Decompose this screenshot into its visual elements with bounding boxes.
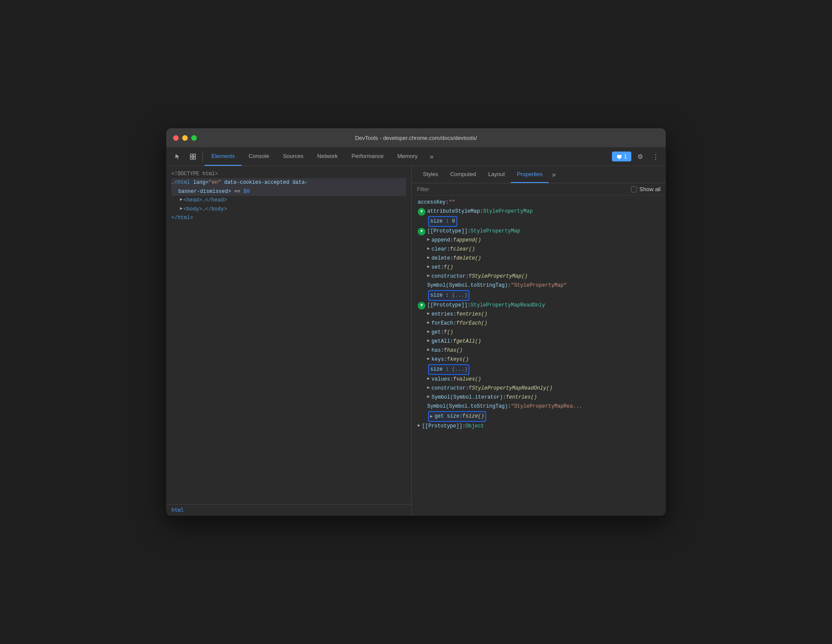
minimize-button[interactable] [182,135,188,141]
filter-input[interactable] [417,186,631,192]
cursor-icon[interactable] [170,147,185,166]
expand-values-icon[interactable]: ▶ [427,375,430,383]
sub-tab-layout[interactable]: Layout [482,166,511,183]
dom-breadcrumb: html [166,504,411,516]
more-tabs-button[interactable]: » [426,147,437,166]
toolbar-right: 1 ⚙ ⋮ [612,147,662,166]
expand-entries-icon[interactable]: ▶ [427,310,430,318]
green-expand-prototype2[interactable]: ▼ [418,302,425,310]
size-0-badge[interactable]: size : 0 [428,216,457,227]
svg-rect-4 [617,155,621,158]
prop-symbol-iterator: ▶ Symbol(Symbol.iterator) : f entries() [417,393,661,402]
notification-button[interactable]: 1 [612,152,631,161]
size-ellipsis-1-badge[interactable]: size : (...) [428,290,469,301]
more-sub-tabs-button[interactable]: » [549,166,559,183]
expand-getsize-icon[interactable]: ▶ [430,413,433,421]
dom-body[interactable]: ▶ <body> … </body> [171,205,406,214]
svg-rect-0 [190,154,192,156]
size-ellipsis-2-badge[interactable]: size : (...) [428,364,469,375]
dom-html-tag-cont: banner-dismissed> == $0 [171,187,406,196]
tab-network[interactable]: Network [310,147,345,166]
prop-has: ▶ has : f has() [417,346,661,355]
expand-getall-icon[interactable]: ▶ [427,337,430,345]
expand-set-icon[interactable]: ▶ [427,263,430,271]
prop-size-ellipsis-1: size : (...) [417,290,661,301]
sub-tab-computed[interactable]: Computed [444,166,482,183]
dom-html-tag[interactable]: … <html lang="en" data-cookies-accepted … [171,178,406,187]
tabs-bar: Elements Console Sources Network Perform… [166,147,666,166]
prop-accesskey: accessKey : "" [417,198,661,207]
prop-size-ellipsis-2: size : (...) [417,364,661,375]
expand-symbol-iterator-icon[interactable]: ▶ [427,393,430,401]
prop-prototype-stylemap[interactable]: ▼ [[Prototype]] : StylePropertyMap [417,227,661,236]
prop-foreach: ▶ forEach : f forEach() [417,319,661,328]
titlebar: DevTools - developer.chrome.com/docs/dev… [166,128,666,147]
svg-rect-3 [193,157,196,159]
svg-rect-1 [193,154,196,156]
prop-attributestylemap[interactable]: ▼ attributeStyleMap : StylePropertyMap [417,207,661,216]
prop-prototype-stylepropertymapreonly[interactable]: ▼ [[Prototype]] : StylePropertyMapReadOn… [417,301,661,310]
close-button[interactable] [173,135,179,141]
inspect-icon[interactable] [185,147,201,166]
tab-sources[interactable]: Sources [276,147,310,166]
prop-append: ▶ append : f append() [417,236,661,245]
show-all-checkbox[interactable] [631,186,637,192]
prop-keys: ▶ keys : f keys() [417,355,661,364]
expand-clear-icon[interactable]: ▶ [427,245,430,253]
expand-has-icon[interactable]: ▶ [427,346,430,354]
maximize-button[interactable] [191,135,197,141]
tab-performance[interactable]: Performance [345,147,390,166]
expand-constructor2-icon[interactable]: ▶ [427,384,430,392]
prop-prototype-object: ▶ [[Prototype]] : Object [417,422,661,431]
prop-values: ▶ values : f values() [417,375,661,384]
sub-tab-styles[interactable]: Styles [417,166,444,183]
expand-get-icon[interactable]: ▶ [427,328,430,336]
prop-get-size: ▶ get size : f size() [417,411,661,422]
devtools-window: DevTools - developer.chrome.com/docs/dev… [166,128,666,516]
properties-content[interactable]: accessKey : "" ▼ attributeStyleMap : Sty… [412,195,666,516]
tab-console[interactable]: Console [242,147,276,166]
expand-append-icon[interactable]: ▶ [427,236,430,244]
tab-memory[interactable]: Memory [391,147,425,166]
dom-panel: <!DOCTYPE html> … <html lang="en" data-c… [166,166,412,516]
window-title: DevTools - developer.chrome.com/docs/dev… [355,135,477,141]
prop-delete: ▶ delete : f delete() [417,254,661,263]
filter-row: Show all [412,183,666,195]
tab-divider [202,151,203,162]
prop-get: ▶ get : f () [417,328,661,337]
svg-rect-2 [190,157,192,159]
dom-tree[interactable]: <!DOCTYPE html> … <html lang="en" data-c… [166,166,411,504]
expand-keys-icon[interactable]: ▶ [427,355,430,363]
expand-body-icon[interactable]: ▶ [180,205,183,212]
prop-size-0: size : 0 [417,216,661,227]
prop-symbol-tostringtag-1: Symbol(Symbol.toStringTag) : "StylePrope… [417,281,661,290]
green-expand-prototype1[interactable]: ▼ [418,228,425,235]
right-panel: Styles Computed Layout Properties » Sho [412,166,666,516]
show-all-label[interactable]: Show all [631,186,661,192]
prop-constructor-2: ▶ constructor : f StylePropertyMapReadOn… [417,384,661,393]
green-expand-attributestylemap[interactable]: ▼ [418,208,425,216]
tab-elements[interactable]: Elements [205,147,242,166]
expand-head-icon[interactable]: ▶ [180,196,183,203]
prop-set: ▶ set : f () [417,263,661,272]
expand-foreach-icon[interactable]: ▶ [427,319,430,327]
prop-symbol-tostringtag-2: Symbol(Symbol.toStringTag) : "StylePrope… [417,402,661,411]
dom-head[interactable]: ▶ <head> … </head> [171,196,406,204]
prop-entries: ▶ entries : f entries() [417,310,661,319]
get-size-badge[interactable]: ▶ get size : f size() [428,411,486,422]
expand-constructor1-icon[interactable]: ▶ [427,272,430,280]
prop-clear: ▶ clear : f clear() [417,245,661,254]
sub-tab-properties[interactable]: Properties [511,166,548,183]
dom-doctype: <!DOCTYPE html> [171,170,406,178]
traffic-lights [173,135,197,141]
sub-tabs: Styles Computed Layout Properties » [412,166,666,183]
more-options-button[interactable]: ⋮ [649,150,662,164]
dom-html-close: </html> [171,214,406,222]
main-content: <!DOCTYPE html> … <html lang="en" data-c… [166,166,666,516]
expand-delete-icon[interactable]: ▶ [427,254,430,262]
prop-constructor-1: ▶ constructor : f StylePropertyMap() [417,272,661,281]
settings-button[interactable]: ⚙ [633,150,647,164]
prop-getall: ▶ getAll : f getAll() [417,337,661,346]
expand-prototype-obj-icon[interactable]: ▶ [418,422,420,430]
